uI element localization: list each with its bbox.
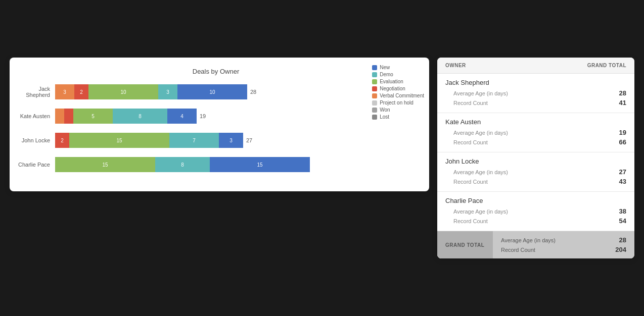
bar-segment: 2: [74, 84, 88, 99]
bar-total: 28: [250, 89, 256, 95]
metric-row: Record Count54: [445, 216, 626, 226]
metric-row: Average Age (in days)38: [445, 206, 626, 216]
footer-metric-label: Average Age (in days): [501, 237, 606, 243]
chart-row: Kate Austen58419: [15, 109, 417, 124]
footer-metric-label: Record Count: [501, 247, 606, 253]
table-owner-group: Kate AustenAverage Age (in days)19Record…: [437, 113, 634, 152]
bar-segment: 3: [219, 133, 243, 148]
legend-color: [372, 79, 377, 84]
bar-container: 321031028: [55, 84, 417, 99]
legend-label: Evaluation: [380, 79, 403, 84]
chart-row-label: Kate Austen: [15, 113, 55, 119]
metric-value: 27: [606, 168, 626, 176]
chart-row: John Locke2157327: [15, 133, 417, 148]
bar-total: 27: [246, 137, 252, 143]
metric-row: Average Age (in days)27: [445, 167, 626, 177]
metric-value: 28: [606, 89, 626, 97]
metric-value: 43: [606, 178, 626, 185]
chart-row: Charlie Pace15815: [15, 157, 417, 172]
metric-value: 41: [606, 99, 626, 107]
bar-segment: 8: [113, 109, 167, 124]
legend-color: [372, 72, 377, 77]
metric-value: 66: [606, 138, 626, 146]
bar-segment: 15: [55, 157, 155, 172]
table-body: Jack ShepherdAverage Age (in days)28Reco…: [437, 74, 634, 231]
metric-row: Record Count66: [445, 137, 626, 147]
metric-value: 19: [606, 129, 626, 136]
bar-segment: 4: [167, 109, 197, 124]
table-owner-group: Jack ShepherdAverage Age (in days)28Reco…: [437, 74, 634, 113]
owner-name: Jack Shepherd: [445, 79, 626, 86]
metric-label: Average Age (in days): [445, 208, 606, 215]
table-owner-group: Charlie PaceAverage Age (in days)38Recor…: [437, 192, 634, 231]
bar-segment: 10: [177, 84, 247, 99]
legend-color: [372, 65, 377, 70]
metric-row: Record Count41: [445, 98, 626, 108]
footer-metric-value: 204: [606, 246, 626, 253]
owner-name: Charlie Pace: [445, 197, 626, 204]
owner-name: John Locke: [445, 157, 626, 165]
bar-segment: 3: [55, 84, 74, 99]
chart-row-label: Charlie Pace: [15, 162, 55, 168]
legend-item: New: [372, 65, 424, 70]
legend-item: Project on hold: [372, 100, 424, 106]
chart-row: Jack Shepherd321031028: [15, 84, 417, 99]
metric-label: Average Age (in days): [445, 169, 606, 175]
legend-label: New: [380, 65, 390, 70]
bar-segment: 15: [69, 133, 169, 148]
metric-row: Record Count43: [445, 177, 626, 186]
legend-label: Project on hold: [380, 100, 413, 106]
table-footer: GRAND TOTAL Average Age (in days)28Recor…: [437, 231, 634, 258]
col-owner-header: OWNER: [445, 63, 587, 68]
metric-row: Average Age (in days)19: [445, 128, 626, 137]
footer-metric-row: Record Count204: [501, 245, 626, 254]
metric-label: Average Age (in days): [445, 90, 606, 96]
bar-segment: [55, 109, 64, 124]
chart-row-label: Jack Shepherd: [15, 86, 55, 98]
footer-metric-row: Average Age (in days)28: [501, 235, 626, 245]
chart-row-label: John Locke: [15, 137, 55, 143]
metric-label: Record Count: [445, 139, 606, 145]
footer-metric-value: 28: [606, 236, 626, 244]
metric-label: Average Age (in days): [445, 130, 606, 136]
bar-container: 2157327: [55, 133, 417, 148]
owner-name: Kate Austen: [445, 118, 626, 126]
legend-color: [372, 100, 377, 106]
chart-title: Deals by Owner: [15, 68, 417, 75]
col-total-header: GRAND TOTAL: [587, 63, 626, 68]
metric-label: Record Count: [445, 179, 606, 185]
bar-segment: 5: [73, 109, 113, 124]
bar-segment: 15: [210, 157, 310, 172]
main-container: Deals by Owner NewDemoEvaluationNegotiat…: [10, 58, 634, 258]
metric-label: Record Count: [445, 218, 606, 224]
bar-container: 58419: [55, 109, 417, 124]
metric-label: Record Count: [445, 100, 606, 106]
table-header: OWNER GRAND TOTAL: [437, 58, 634, 74]
chart-area: Jack Shepherd321031028Kate Austen58419Jo…: [15, 84, 417, 181]
legend-item: Demo: [372, 72, 424, 77]
legend-item: Evaluation: [372, 79, 424, 84]
footer-metrics: Average Age (in days)28Record Count204: [493, 231, 634, 258]
footer-label: GRAND TOTAL: [437, 231, 493, 258]
bar-segment: 7: [169, 133, 219, 148]
bar-container: 15815: [55, 157, 417, 172]
metric-value: 38: [606, 207, 626, 215]
bar-segment: 10: [88, 84, 158, 99]
bar-segment: [64, 109, 73, 124]
bar-total: 19: [200, 113, 206, 119]
chart-panel: Deals by Owner NewDemoEvaluationNegotiat…: [10, 58, 429, 191]
bar-segment: 2: [55, 133, 69, 148]
table-panel: OWNER GRAND TOTAL Jack ShepherdAverage A…: [437, 58, 634, 258]
metric-value: 54: [606, 217, 626, 225]
metric-row: Average Age (in days)28: [445, 88, 626, 98]
bar-segment: 8: [155, 157, 210, 172]
table-owner-group: John LockeAverage Age (in days)27Record …: [437, 152, 634, 192]
legend-label: Demo: [380, 72, 393, 77]
bar-segment: 3: [158, 84, 177, 99]
